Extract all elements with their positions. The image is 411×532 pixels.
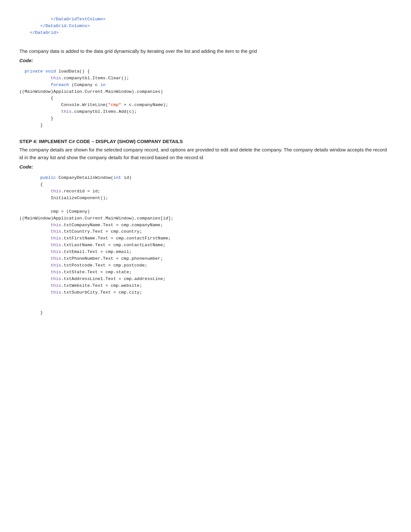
company-details-code-block: public CompanyDetailsWindow(int id) { th… — [19, 171, 392, 319]
code-label-1: Code: — [19, 58, 392, 63]
xml-code-block: </DataGridTextColumn> </DataGrid.Columns… — [19, 13, 392, 40]
prose-paragraph-1: The company data is added to the data gr… — [19, 47, 392, 55]
code-label-2: Code: — [19, 164, 392, 169]
load-data-code-block: private void loadData() { this.companytb… — [19, 65, 392, 132]
step4-prose: The company details are shown for the se… — [19, 146, 392, 161]
step4-heading: STEP 4: IMPLEMENT C# CODE – DISPLAY (SHO… — [19, 139, 392, 144]
